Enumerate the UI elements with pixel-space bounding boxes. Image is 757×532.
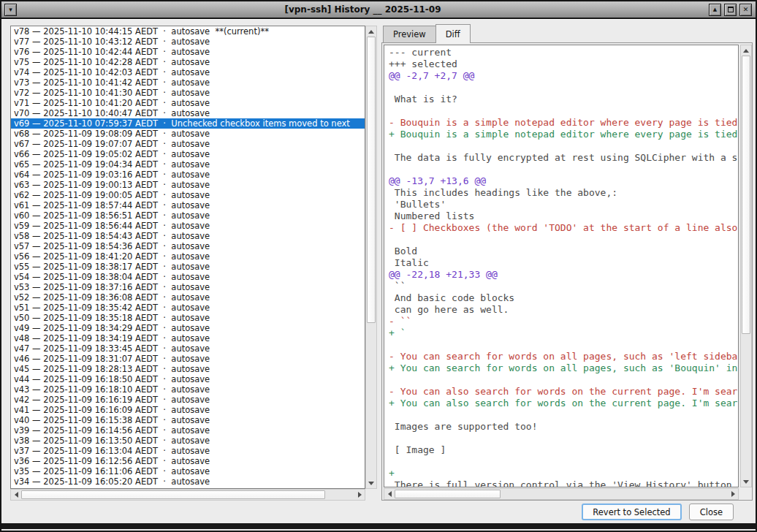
list-item[interactable]: v68 — 2025-11-09 19:08:09 AEDT · autosav…: [11, 129, 365, 139]
diff-line: +: [389, 468, 738, 479]
list-item[interactable]: v49 — 2025-11-09 18:34:29 AEDT · autosav…: [11, 323, 365, 333]
scroll-down-icon[interactable]: [741, 476, 751, 487]
list-item[interactable]: v55 — 2025-11-09 18:38:17 AEDT · autosav…: [11, 262, 365, 272]
list-item[interactable]: v39 — 2025-11-09 16:14:56 AEDT · autosav…: [11, 425, 365, 436]
close-button[interactable]: Close: [689, 503, 734, 520]
diff-line: What is it?: [389, 94, 738, 105]
scroll-right-icon[interactable]: [728, 489, 738, 499]
diff-line: [389, 82, 738, 94]
list-item[interactable]: v48 — 2025-11-09 18:34:19 AEDT · autosav…: [11, 333, 365, 343]
scroll-left-icon[interactable]: [384, 489, 395, 499]
diff-hscrollbar-thumb[interactable]: [395, 490, 501, 498]
revert-to-selected-button[interactable]: Revert to Selected: [582, 503, 681, 520]
list-item[interactable]: v73 — 2025-11-10 10:41:42 AEDT · autosav…: [11, 77, 365, 88]
list-item[interactable]: v78 — 2025-11-10 10:44:15 AEDT · autosav…: [11, 26, 365, 37]
titlebar[interactable]: ▾ [vpn-ssh] History __ 2025-11-09 ▲ ✕: [1, 1, 756, 19]
list-item[interactable]: v77 — 2025-11-10 10:43:12 AEDT · autosav…: [11, 37, 365, 47]
diff-line: [389, 456, 738, 468]
list-item[interactable]: v50 — 2025-11-09 18:35:18 AEDT · autosav…: [11, 313, 365, 323]
list-item[interactable]: v40 — 2025-11-09 16:15:38 AEDT · autosav…: [11, 415, 365, 425]
list-item[interactable]: v37 — 2025-11-09 16:13:04 AEDT · autosav…: [11, 446, 365, 456]
list-item[interactable]: v58 — 2025-11-09 18:54:43 AEDT · autosav…: [11, 231, 365, 241]
history-hscrollbar[interactable]: [10, 489, 365, 501]
list-item[interactable]: v41 — 2025-11-09 16:16:09 AEDT · autosav…: [11, 405, 365, 415]
diff-line: - You can also search for words on the c…: [389, 386, 738, 398]
list-item[interactable]: v57 — 2025-11-09 18:54:36 AEDT · autosav…: [11, 241, 365, 251]
list-item[interactable]: v47 — 2025-11-09 18:33:45 AEDT · autosav…: [11, 343, 365, 354]
diff-pane: --- current+++ selected@@ -2,7 +2,7 @@ W…: [381, 42, 753, 501]
dialog-content: v78 — 2025-11-10 10:44:15 AEDT · autosav…: [1, 19, 756, 523]
list-item[interactable]: v46 — 2025-11-09 18:31:07 AEDT · autosav…: [11, 354, 365, 364]
history-vscrollbar-thumb[interactable]: [367, 37, 376, 323]
list-item[interactable]: v71 — 2025-11-10 10:41:20 AEDT · autosav…: [11, 98, 365, 108]
scroll-right-icon[interactable]: [354, 490, 365, 500]
list-item[interactable]: v51 — 2025-11-09 18:35:42 AEDT · autosav…: [11, 303, 365, 313]
list-item[interactable]: v67 — 2025-11-09 19:07:07 AEDT · autosav…: [11, 139, 365, 149]
close-window-button[interactable]: ✕: [739, 4, 752, 16]
diff-text[interactable]: --- current+++ selected@@ -2,7 +2,7 @@ W…: [384, 45, 739, 487]
list-item[interactable]: v76 — 2025-11-10 10:42:44 AEDT · autosav…: [11, 47, 365, 57]
diff-vscrollbar-thumb[interactable]: [742, 56, 750, 334]
list-item[interactable]: v74 — 2025-11-10 10:42:03 AEDT · autosav…: [11, 67, 365, 77]
scroll-left-icon[interactable]: [11, 490, 21, 500]
list-item[interactable]: v45 — 2025-11-09 18:28:13 AEDT · autosav…: [11, 364, 365, 374]
diff-line: ``: [389, 281, 738, 292]
list-item[interactable]: v61 — 2025-11-09 18:57:44 AEDT · autosav…: [11, 200, 365, 210]
window-bottom-frame: [1, 523, 756, 529]
diff-line: [389, 409, 738, 421]
history-vscrollbar[interactable]: [365, 26, 377, 489]
list-item[interactable]: v64 — 2025-11-09 19:03:16 AEDT · autosav…: [11, 170, 365, 180]
diff-line: + Bouquin is a simple notepad editor whe…: [389, 129, 738, 140]
list-item[interactable]: v63 — 2025-11-09 19:00:13 AEDT · autosav…: [11, 180, 365, 190]
diff-line: - Bouquin is a simple notepad editor whe…: [389, 117, 738, 129]
list-item[interactable]: v35 — 2025-11-09 16:11:06 AEDT · autosav…: [11, 466, 365, 476]
list-item[interactable]: v60 — 2025-11-09 18:56:51 AEDT · autosav…: [11, 210, 365, 221]
diff-line: Images are supported too!: [389, 421, 738, 433]
list-item[interactable]: v66 — 2025-11-09 19:05:02 AEDT · autosav…: [11, 149, 365, 159]
scroll-up-icon[interactable]: [366, 26, 376, 37]
diff-line: [389, 105, 738, 117]
diff-line: @@ -13,7 +13,6 @@: [389, 175, 738, 187]
list-item[interactable]: v36 — 2025-11-09 16:12:56 AEDT · autosav…: [11, 456, 365, 466]
list-item[interactable]: v42 — 2025-11-09 16:16:19 AEDT · autosav…: [11, 395, 365, 405]
list-item[interactable]: v53 — 2025-11-09 18:37:16 AEDT · autosav…: [11, 282, 365, 292]
list-item[interactable]: v43 — 2025-11-09 16:18:10 AEDT · autosav…: [11, 384, 365, 395]
list-item[interactable]: v44 — 2025-11-09 16:18:50 AEDT · autosav…: [11, 374, 365, 384]
history-hscrollbar-thumb[interactable]: [21, 490, 325, 499]
list-item[interactable]: v75 — 2025-11-10 10:42:28 AEDT · autosav…: [11, 57, 365, 67]
history-window: ▾ [vpn-ssh] History __ 2025-11-09 ▲ ✕ v7…: [0, 0, 757, 532]
diff-line: The data is fully encrypted at rest usin…: [389, 152, 738, 164]
diff-hscrollbar[interactable]: [384, 488, 739, 500]
list-item[interactable]: v72 — 2025-11-10 10:41:30 AEDT · autosav…: [11, 88, 365, 98]
maximize-icon: [728, 7, 734, 12]
diff-line: @@ -2,7 +2,7 @@: [389, 70, 738, 82]
tab-preview-label: Preview: [393, 29, 426, 39]
window-menu-icon: ▾: [9, 7, 12, 13]
tab-preview[interactable]: Preview: [383, 26, 436, 43]
diff-line: can go here as well.: [389, 304, 738, 316]
list-item[interactable]: v56 — 2025-11-09 18:41:20 AEDT · autosav…: [11, 251, 365, 262]
tab-diff-label: Diff: [446, 29, 460, 39]
list-item[interactable]: v59 — 2025-11-09 18:56:44 AEDT · autosav…: [11, 221, 365, 231]
tab-bar: Preview Diff: [383, 26, 470, 43]
diff-line: 'Bullets': [389, 199, 738, 210]
diff-line: Bold: [389, 246, 738, 257]
tab-diff[interactable]: Diff: [435, 24, 471, 43]
list-item[interactable]: v69 — 2025-11-10 07:59:37 AEDT · Uncheck…: [11, 118, 365, 129]
list-item[interactable]: v65 — 2025-11-09 19:04:34 AEDT · autosav…: [11, 159, 365, 170]
list-item[interactable]: v62 — 2025-11-09 19:00:05 AEDT · autosav…: [11, 190, 365, 200]
list-item[interactable]: v38 — 2025-11-09 16:13:50 AEDT · autosav…: [11, 436, 365, 446]
list-item[interactable]: v70 — 2025-11-10 10:40:47 AEDT · autosav…: [11, 108, 365, 118]
list-item[interactable]: v54 — 2025-11-09 18:38:04 AEDT · autosav…: [11, 272, 365, 282]
diff-vscrollbar[interactable]: [740, 45, 752, 487]
diff-line: [389, 433, 738, 444]
minimize-button[interactable]: ▲: [709, 4, 721, 16]
list-item[interactable]: v52 — 2025-11-09 18:36:08 AEDT · autosav…: [11, 292, 365, 303]
scroll-down-icon[interactable]: [366, 478, 376, 488]
version-list[interactable]: v78 — 2025-11-10 10:44:15 AEDT · autosav…: [10, 26, 365, 489]
list-item[interactable]: v34 — 2025-11-09 16:05:20 AEDT · autosav…: [11, 476, 365, 487]
window-menu-button[interactable]: ▾: [4, 4, 17, 16]
diff-line: - ``: [389, 316, 738, 327]
maximize-button[interactable]: [724, 4, 737, 16]
scroll-up-icon[interactable]: [741, 45, 751, 56]
